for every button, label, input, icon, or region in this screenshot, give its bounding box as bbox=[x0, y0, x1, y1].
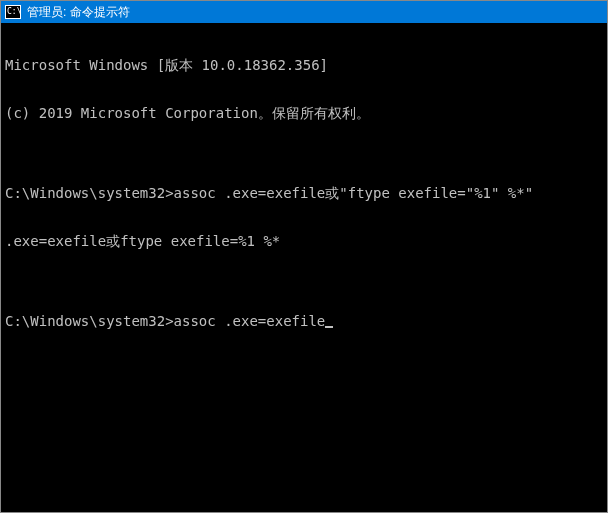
terminal-line: C:\Windows\system32>assoc .exe=exefile或"… bbox=[5, 185, 603, 201]
cmd-window: C:\ 管理员: 命令提示符 Microsoft Windows [版本 10.… bbox=[0, 0, 608, 513]
scrollbar[interactable] bbox=[591, 23, 607, 512]
cmd-icon: C:\ bbox=[5, 5, 21, 19]
terminal-area[interactable]: Microsoft Windows [版本 10.0.18362.356] (c… bbox=[1, 23, 607, 512]
terminal-line: C:\Windows\system32>assoc .exe=exefile bbox=[5, 313, 603, 329]
cmd-icon-text: C:\ bbox=[7, 8, 21, 16]
terminal-line: (c) 2019 Microsoft Corporation。保留所有权利。 bbox=[5, 105, 603, 121]
window-title: 管理员: 命令提示符 bbox=[27, 4, 130, 21]
terminal-line: Microsoft Windows [版本 10.0.18362.356] bbox=[5, 57, 603, 73]
terminal-line: .exe=exefile或ftype exefile=%1 %* bbox=[5, 233, 603, 249]
current-command: C:\Windows\system32>assoc .exe=exefile bbox=[5, 313, 325, 329]
cursor bbox=[325, 326, 333, 328]
titlebar[interactable]: C:\ 管理员: 命令提示符 bbox=[1, 1, 607, 23]
